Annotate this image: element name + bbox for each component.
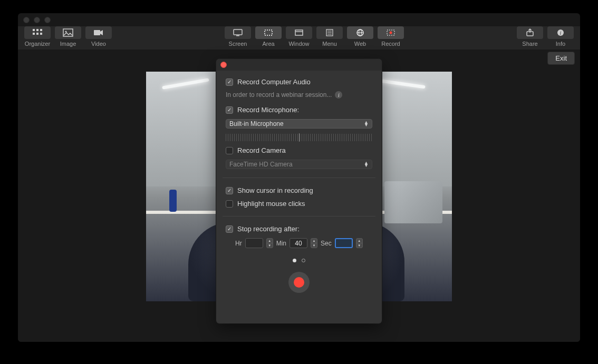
info-icon: i	[547, 26, 574, 39]
toolbar-left-group: OrganizerImageVideo	[24, 26, 112, 47]
mic-select[interactable]: Built-in Microphone ▲▼	[226, 119, 372, 129]
record-camera-label: Record Camera	[237, 146, 286, 154]
svg-point-22	[390, 31, 392, 34]
camera-select: FaceTime HD Camera ▲▼	[226, 160, 372, 169]
toolbar-web-button[interactable]: Web	[347, 26, 373, 47]
toolbar-button-label: Menu	[322, 41, 337, 47]
show-cursor-label: Show cursor in recording	[237, 186, 313, 194]
hr-label: Hr	[235, 240, 242, 247]
sec-stepper[interactable]: ▲▼	[356, 238, 363, 248]
panel-titlebar	[216, 59, 382, 71]
svg-rect-4	[36, 33, 38, 35]
screen-icon	[225, 26, 251, 39]
svg-rect-6	[63, 29, 73, 36]
page-dot-1[interactable]	[293, 259, 296, 262]
web-icon	[347, 26, 373, 39]
area-icon	[255, 26, 282, 39]
hr-stepper[interactable]: ▲▼	[266, 238, 273, 248]
toolbar-button-label: Screen	[229, 41, 247, 47]
record-audio-label: Record Computer Audio	[237, 78, 311, 86]
divider	[223, 216, 375, 217]
video-icon	[85, 26, 112, 39]
record-icon	[294, 277, 304, 288]
exit-button[interactable]: Exit	[547, 52, 575, 65]
toolbar-button-label: Organizer	[25, 41, 50, 47]
toolbar-button-label: Window	[288, 41, 309, 47]
toolbar-window-button[interactable]: Window	[286, 26, 312, 47]
svg-rect-0	[33, 29, 35, 31]
svg-rect-3	[33, 33, 35, 35]
min-label: Min	[276, 240, 286, 247]
toolbar-button-label: Record	[381, 41, 400, 47]
grid-icon	[24, 26, 51, 39]
svg-rect-2	[40, 29, 42, 31]
page-indicator[interactable]	[226, 259, 372, 262]
toolbar-screen-button[interactable]: Screen	[225, 26, 251, 47]
toolbar-center-group: ScreenAreaWindowMenuWebRecord	[225, 26, 404, 47]
record-mic-label: Record Microphone:	[237, 106, 299, 114]
window-titlebar	[18, 13, 580, 26]
toolbar-menu-button[interactable]: Menu	[316, 26, 343, 47]
stop-after-label: Stop recording after:	[237, 225, 300, 233]
mic-level-meter	[226, 134, 372, 141]
close-panel-icon[interactable]	[220, 62, 227, 68]
svg-rect-10	[236, 35, 239, 36]
toolbar-button-label: Area	[262, 41, 274, 47]
menu-icon	[316, 26, 343, 39]
record-icon	[378, 26, 404, 39]
divider	[223, 178, 375, 178]
camera-select-value: FaceTime HD Camera	[229, 161, 293, 168]
mic-select-value: Built-in Microphone	[229, 120, 284, 127]
sec-label: Sec	[321, 240, 332, 247]
show-cursor-checkbox[interactable]: ✓	[226, 187, 233, 194]
stop-after-checkbox[interactable]: ✓	[226, 225, 233, 233]
record-mic-checkbox[interactable]: ✓	[226, 106, 233, 114]
toolbar-button-label: Share	[522, 41, 537, 47]
info-icon[interactable]: i	[335, 91, 342, 99]
page-dot-2[interactable]	[302, 259, 305, 262]
toolbar-video-button[interactable]: Video	[85, 26, 112, 47]
toolbar-share-button[interactable]: Share	[517, 26, 543, 47]
window-icon	[286, 26, 312, 39]
record-audio-subtext: In order to record a webinar session...	[226, 91, 332, 99]
toolbar-button-label: Image	[60, 41, 76, 47]
svg-rect-11	[265, 30, 272, 35]
toolbar-button-label: Web	[354, 41, 366, 47]
svg-rect-9	[234, 29, 242, 35]
share-icon	[517, 26, 543, 39]
highlight-clicks-checkbox[interactable]	[226, 200, 233, 208]
toolbar-area-button[interactable]: Area	[255, 26, 282, 47]
min-input[interactable]: 40	[290, 238, 307, 248]
chevron-updown-icon: ▲▼	[364, 162, 369, 167]
chevron-updown-icon: ▲▼	[364, 121, 369, 126]
toolbar-button-label: Video	[91, 41, 106, 47]
app-window: OrganizerImageVideo ScreenAreaWindowMenu…	[18, 13, 580, 342]
min-stepper[interactable]: ▲▼	[311, 238, 317, 248]
content-area: Exit ✓ Record Computer Audio	[18, 50, 580, 342]
record-camera-checkbox[interactable]	[226, 147, 233, 154]
toolbar-info-button[interactable]: iInfo	[547, 26, 574, 47]
svg-text:i: i	[560, 30, 562, 36]
record-audio-checkbox[interactable]: ✓	[226, 78, 233, 86]
sec-input[interactable]	[335, 238, 353, 248]
svg-rect-12	[295, 30, 303, 35]
minimize-window-icon[interactable]	[34, 17, 40, 23]
svg-rect-8	[94, 30, 100, 35]
start-record-button[interactable]	[288, 272, 310, 293]
svg-rect-5	[40, 33, 42, 35]
highlight-clicks-label: Highlight mouse clicks	[237, 200, 305, 208]
record-options-panel: ✓ Record Computer Audio In order to reco…	[216, 59, 382, 323]
close-window-icon[interactable]	[23, 17, 30, 23]
image-icon	[55, 26, 81, 39]
zoom-window-icon[interactable]	[44, 17, 51, 23]
hr-input[interactable]	[245, 238, 263, 248]
svg-rect-1	[36, 29, 38, 31]
toolbar-organizer-button[interactable]: Organizer	[24, 26, 51, 47]
main-toolbar: OrganizerImageVideo ScreenAreaWindowMenu…	[18, 26, 580, 50]
toolbar-record-button[interactable]: Record	[378, 26, 404, 47]
toolbar-button-label: Info	[556, 41, 565, 47]
toolbar-image-button[interactable]: Image	[55, 26, 81, 47]
toolbar-right-group: ShareiInfo	[517, 26, 574, 47]
